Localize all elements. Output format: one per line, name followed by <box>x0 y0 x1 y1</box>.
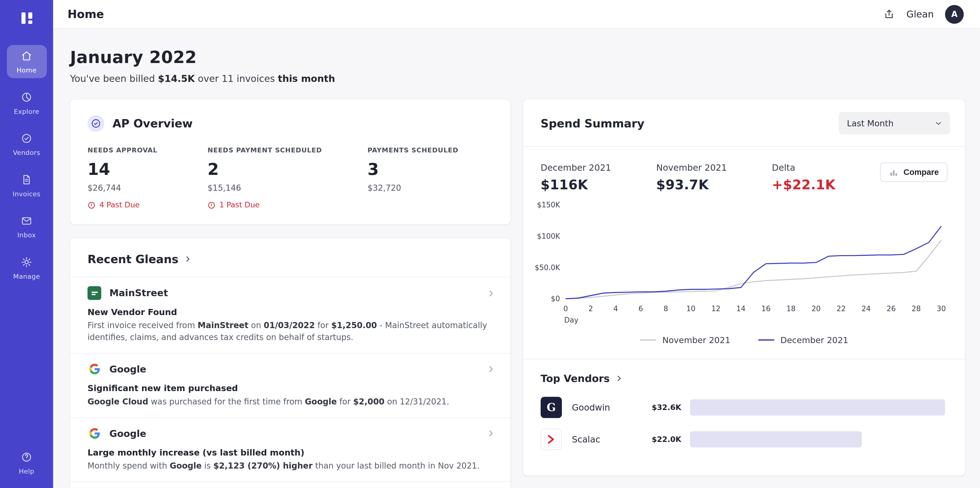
text-segment: MainStreet <box>198 321 248 330</box>
sidebar-item-label: Manage <box>13 273 40 280</box>
svg-text:12: 12 <box>711 305 721 313</box>
stat-label: PAYMENTS SCHEDULED <box>368 146 458 154</box>
text-segment: on <box>248 321 264 330</box>
glean-item-google-new-item[interactable]: Google Significant new item purchased Go… <box>70 353 511 417</box>
sidebar-item-label: Explore <box>14 107 40 115</box>
sidebar-item-invoices[interactable]: Invoices <box>7 169 47 202</box>
stat-label: Delta <box>772 162 835 172</box>
sidebar-item-vendors[interactable]: Vendors <box>7 127 47 161</box>
compare-label: Compare <box>904 167 939 177</box>
sidebar-item-manage[interactable]: Manage <box>7 251 47 284</box>
vendor-row-goodwin[interactable]: G Goodwin $32.6K <box>541 397 948 418</box>
spend-chart: $0$50.0K$100K$150K0246810121416182022242… <box>533 200 950 325</box>
svg-text:20: 20 <box>811 305 821 313</box>
svg-text:0: 0 <box>563 305 568 313</box>
ap-stat-needs-approval: NEEDS APPROVAL 14 $26,744 4 Past Due <box>88 146 207 209</box>
spend-stat-delta: Delta +$22.1K <box>772 162 835 192</box>
bar-chart-icon <box>889 167 899 177</box>
vendor-name: Google <box>110 428 146 439</box>
sidebar-item-explore[interactable]: Explore <box>7 86 47 119</box>
svg-text:8: 8 <box>663 305 668 313</box>
glean-logo <box>18 10 35 26</box>
top-vendors-link[interactable]: Top Vendors <box>541 372 948 385</box>
text-segment: for <box>315 321 331 330</box>
sidebar: Home Explore Vendors Invoices Inbox Mana… <box>0 0 53 488</box>
glean-headline: New Vendor Found <box>88 307 496 317</box>
text-segment: on 12/31/2021. <box>385 397 449 406</box>
vendor-spend-bar <box>690 399 945 416</box>
sidebar-item-inbox[interactable]: Inbox <box>7 210 47 243</box>
pie-chart-icon <box>21 91 32 104</box>
period-select[interactable]: Last Month <box>839 112 950 134</box>
stat-label: December 2021 <box>541 162 656 172</box>
vendor-row-scalac[interactable]: Scalac $22.0K <box>541 429 948 450</box>
vendor-spend-bar <box>690 431 862 447</box>
text-segment: Google <box>305 397 337 406</box>
ap-stat-payments-scheduled: PAYMENTS SCHEDULED 3 $32,720 <box>368 146 458 209</box>
sidebar-item-label: Vendors <box>13 149 40 156</box>
ap-overview-title: AP Overview <box>113 117 192 130</box>
ap-overview-card: AP Overview NEEDS APPROVAL 14 $26,744 4 … <box>70 99 511 224</box>
chevron-right-icon[interactable] <box>487 364 496 374</box>
text-segment: $1,250.00 <box>331 321 377 330</box>
vendor-name: Scalac <box>572 434 637 444</box>
sidebar-item-label: Inbox <box>17 231 36 239</box>
ap-stat-needs-payment-scheduled: NEEDS PAYMENT SCHEDULED 2 $15,146 1 Past… <box>207 146 367 209</box>
stat-value: +$22.1K <box>772 177 835 192</box>
mainstreet-logo <box>88 286 101 300</box>
share-icon[interactable] <box>883 8 895 20</box>
legend-item-november: November 2021 <box>640 335 730 345</box>
chevron-right-icon[interactable] <box>487 288 496 298</box>
gear-icon <box>21 256 32 269</box>
svg-text:14: 14 <box>736 305 745 313</box>
check-circle-icon <box>88 115 104 132</box>
content: January 2022 You've been billed $14.5K o… <box>53 29 980 488</box>
document-icon <box>21 174 32 187</box>
month-title: January 2022 <box>70 48 965 67</box>
svg-text:$100K: $100K <box>537 232 560 240</box>
vendor-name: Goodwin <box>572 402 637 412</box>
past-due-label: 1 Past Due <box>219 201 259 210</box>
avatar[interactable]: A <box>945 5 964 24</box>
scalac-logo <box>541 429 562 450</box>
glean-item-google-monthly-increase[interactable]: Google Large monthly increase (vs last b… <box>70 417 511 482</box>
glean-description: Google Cloud was purchased for the first… <box>88 396 496 408</box>
glean-item-microsoft[interactable]: Microsoft <box>70 481 511 488</box>
chevron-right-icon[interactable] <box>487 429 496 438</box>
vendor-amount: $32.6K <box>637 403 681 412</box>
stat-value: $93.7K <box>656 177 772 192</box>
glean-item-mainstreet[interactable]: MainStreet New Vendor Found First invoic… <box>70 277 511 353</box>
text-segment: 01/03/2022 <box>264 321 315 330</box>
spend-chart-area: $0$50.0K$100K$150K0246810121416182022242… <box>523 195 965 325</box>
past-due-badge[interactable]: 1 Past Due <box>207 201 367 210</box>
december-line-swatch <box>758 339 774 340</box>
billing-summary: You've been billed $14.5K over 11 invoic… <box>70 73 965 84</box>
app-root: Home Explore Vendors Invoices Inbox Mana… <box>0 0 980 488</box>
text-segment: $2,000 <box>353 397 385 406</box>
goodwin-logo: G <box>541 397 562 418</box>
home-icon <box>21 50 32 63</box>
stat-label: NEEDS APPROVAL <box>88 146 207 154</box>
recent-gleans-link[interactable]: Recent Gleans <box>70 238 511 277</box>
past-due-badge[interactable]: 4 Past Due <box>88 201 207 210</box>
sidebar-item-label: Invoices <box>13 190 40 197</box>
legend-label: November 2021 <box>662 335 730 345</box>
text-segment: Google <box>170 461 202 470</box>
svg-text:18: 18 <box>786 305 795 313</box>
stat-amount: $15,146 <box>207 183 367 192</box>
past-due-label: 4 Past Due <box>99 201 140 210</box>
sidebar-item-home[interactable]: Home <box>7 45 47 78</box>
sidebar-item-help[interactable]: Help <box>7 446 47 479</box>
top-vendors-title: Top Vendors <box>541 372 610 385</box>
glean-headline: Significant new item purchased <box>88 383 496 393</box>
stat-label: November 2021 <box>656 162 772 172</box>
svg-text:Day: Day <box>564 316 578 324</box>
glean-description: Monthly spend with Google is $2,123 (270… <box>88 460 496 472</box>
text-segment: was purchased for the first time from <box>148 397 305 406</box>
svg-text:$0: $0 <box>551 294 560 303</box>
text-segment: over 11 invoices <box>195 73 278 84</box>
stat-count: 3 <box>368 160 458 179</box>
compare-button[interactable]: Compare <box>880 162 948 182</box>
stat-count: 14 <box>88 160 207 179</box>
sidebar-item-label: Help <box>19 467 34 475</box>
